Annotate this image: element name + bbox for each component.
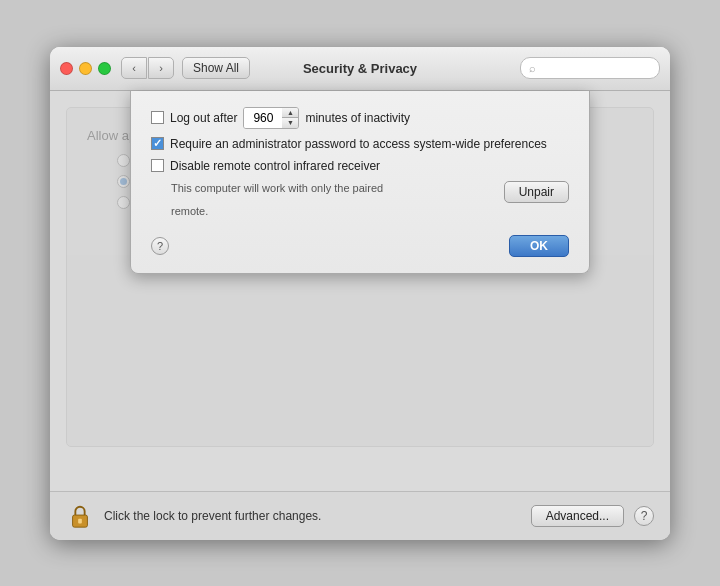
ok-button[interactable]: OK bbox=[509, 235, 569, 257]
window: ‹ › Show All Security & Privacy ⌕ Allow … bbox=[50, 47, 670, 540]
sheet-dialog: Log out after ▲ ▼ minutes of inactivity … bbox=[130, 91, 590, 275]
require-admin-checkbox[interactable]: ✓ bbox=[151, 137, 164, 150]
disable-ir-label: Disable remote control infrared receiver bbox=[170, 159, 380, 173]
logout-minutes-value[interactable] bbox=[244, 108, 282, 128]
search-box[interactable]: ⌕ bbox=[520, 57, 660, 79]
minimize-button[interactable] bbox=[79, 62, 92, 75]
stepper-down[interactable]: ▼ bbox=[282, 118, 298, 128]
lock-icon[interactable] bbox=[66, 502, 94, 530]
forward-button[interactable]: › bbox=[148, 57, 174, 79]
lock-svg bbox=[69, 503, 91, 529]
advanced-button[interactable]: Advanced... bbox=[531, 505, 624, 527]
logout-checkbox[interactable] bbox=[151, 111, 164, 124]
logout-post-label: minutes of inactivity bbox=[305, 111, 410, 125]
svg-rect-1 bbox=[78, 518, 82, 523]
back-button[interactable]: ‹ bbox=[121, 57, 147, 79]
search-icon: ⌕ bbox=[529, 62, 536, 74]
sheet-buttons-row: ? OK bbox=[151, 235, 569, 257]
logout-pre-label: Log out after bbox=[170, 111, 237, 125]
show-all-button[interactable]: Show All bbox=[182, 57, 250, 79]
stepper-up[interactable]: ▲ bbox=[282, 108, 298, 118]
sheet-overlay: Log out after ▲ ▼ minutes of inactivity … bbox=[50, 91, 670, 491]
logout-row: Log out after ▲ ▼ minutes of inactivity bbox=[151, 107, 569, 129]
ir-description-line1: This computer will work with only the pa… bbox=[171, 181, 504, 196]
require-admin-row: ✓ Require an administrator password to a… bbox=[151, 137, 569, 151]
logout-stepper: ▲ ▼ bbox=[282, 108, 298, 128]
lock-text: Click the lock to prevent further change… bbox=[104, 509, 521, 523]
nav-buttons: ‹ › bbox=[121, 57, 174, 79]
bottom-bar: Click the lock to prevent further change… bbox=[50, 491, 670, 540]
traffic-lights bbox=[60, 62, 111, 75]
titlebar: ‹ › Show All Security & Privacy ⌕ bbox=[50, 47, 670, 91]
disable-ir-checkbox[interactable] bbox=[151, 159, 164, 172]
close-button[interactable] bbox=[60, 62, 73, 75]
ir-description-line2: remote. bbox=[171, 204, 504, 219]
disable-ir-row: Disable remote control infrared receiver bbox=[151, 159, 569, 173]
logout-minutes-input[interactable]: ▲ ▼ bbox=[243, 107, 299, 129]
main-content: Allow apps downloaded from: Mac App Stor… bbox=[50, 91, 670, 491]
help-button[interactable]: ? bbox=[634, 506, 654, 526]
ir-description-row: This computer will work with only the pa… bbox=[151, 181, 569, 228]
require-admin-label: Require an administrator password to acc… bbox=[170, 137, 547, 151]
maximize-button[interactable] bbox=[98, 62, 111, 75]
sheet-help-button[interactable]: ? bbox=[151, 237, 169, 255]
window-title: Security & Privacy bbox=[303, 61, 417, 76]
unpair-button[interactable]: Unpair bbox=[504, 181, 569, 203]
ir-description-text: This computer will work with only the pa… bbox=[151, 181, 504, 228]
